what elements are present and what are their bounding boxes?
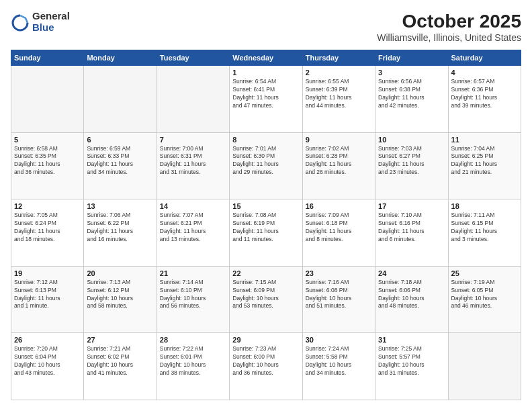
calendar-cell	[448, 333, 521, 400]
day-number: 18	[451, 202, 518, 210]
day-info: Sunrise: 7:13 AM Sunset: 6:12 PM Dayligh…	[87, 279, 153, 311]
day-info: Sunrise: 7:15 AM Sunset: 6:09 PM Dayligh…	[232, 279, 299, 311]
calendar-cell: 17Sunrise: 7:10 AM Sunset: 6:16 PM Dayli…	[375, 199, 448, 267]
day-info: Sunrise: 6:58 AM Sunset: 6:35 PM Dayligh…	[14, 145, 81, 177]
day-info: Sunrise: 6:55 AM Sunset: 6:39 PM Dayligh…	[306, 78, 372, 110]
calendar-cell: 3Sunrise: 6:56 AM Sunset: 6:38 PM Daylig…	[375, 66, 448, 133]
calendar-cell: 19Sunrise: 7:12 AM Sunset: 6:13 PM Dayli…	[11, 266, 84, 333]
calendar-cell: 23Sunrise: 7:16 AM Sunset: 6:08 PM Dayli…	[302, 266, 375, 333]
calendar-cell: 7Sunrise: 7:00 AM Sunset: 6:31 PM Daylig…	[157, 132, 229, 199]
weekday-header-saturday: Saturday	[448, 50, 521, 66]
day-number: 23	[306, 269, 372, 277]
calendar-table: SundayMondayTuesdayWednesdayThursdayFrid…	[11, 50, 521, 400]
calendar-cell: 21Sunrise: 7:14 AM Sunset: 6:10 PM Dayli…	[157, 266, 229, 333]
logo-general: General	[32, 11, 70, 22]
calendar-cell: 15Sunrise: 7:08 AM Sunset: 6:19 PM Dayli…	[230, 199, 302, 267]
day-number: 8	[232, 136, 299, 144]
day-number: 25	[451, 269, 518, 277]
calendar-cell: 20Sunrise: 7:13 AM Sunset: 6:12 PM Dayli…	[84, 266, 157, 333]
day-number: 12	[14, 202, 81, 210]
day-info: Sunrise: 7:20 AM Sunset: 6:04 PM Dayligh…	[14, 345, 81, 377]
logo: General Blue	[11, 11, 70, 33]
day-number: 27	[87, 336, 153, 344]
calendar-page: General Blue October 2025 Williamsville,…	[0, 0, 532, 411]
calendar-cell: 12Sunrise: 7:05 AM Sunset: 6:24 PM Dayli…	[11, 199, 84, 267]
calendar-cell	[11, 66, 84, 133]
calendar-cell: 26Sunrise: 7:20 AM Sunset: 6:04 PM Dayli…	[11, 333, 84, 400]
weekday-header-friday: Friday	[375, 50, 448, 66]
day-info: Sunrise: 7:18 AM Sunset: 6:06 PM Dayligh…	[378, 279, 445, 311]
calendar-week-5: 26Sunrise: 7:20 AM Sunset: 6:04 PM Dayli…	[11, 333, 521, 400]
calendar-cell: 11Sunrise: 7:04 AM Sunset: 6:25 PM Dayli…	[448, 132, 521, 199]
calendar-cell: 22Sunrise: 7:15 AM Sunset: 6:09 PM Dayli…	[230, 266, 302, 333]
day-info: Sunrise: 6:59 AM Sunset: 6:33 PM Dayligh…	[87, 145, 153, 177]
calendar-week-1: 1Sunrise: 6:54 AM Sunset: 6:41 PM Daylig…	[11, 66, 521, 133]
day-number: 6	[87, 136, 153, 144]
day-info: Sunrise: 7:10 AM Sunset: 6:16 PM Dayligh…	[378, 212, 445, 244]
day-info: Sunrise: 7:23 AM Sunset: 6:00 PM Dayligh…	[232, 345, 299, 377]
day-number: 19	[14, 269, 81, 277]
day-number: 13	[87, 202, 153, 210]
logo-icon	[11, 13, 30, 32]
day-number: 7	[160, 136, 226, 144]
calendar-cell: 6Sunrise: 6:59 AM Sunset: 6:33 PM Daylig…	[84, 132, 157, 199]
calendar-cell: 9Sunrise: 7:02 AM Sunset: 6:28 PM Daylig…	[302, 132, 375, 199]
header: General Blue October 2025 Williamsville,…	[11, 11, 521, 43]
calendar-cell: 4Sunrise: 6:57 AM Sunset: 6:36 PM Daylig…	[448, 66, 521, 133]
day-number: 29	[232, 336, 299, 344]
day-info: Sunrise: 7:03 AM Sunset: 6:27 PM Dayligh…	[378, 145, 445, 177]
day-info: Sunrise: 7:16 AM Sunset: 6:08 PM Dayligh…	[306, 279, 372, 311]
calendar-cell: 27Sunrise: 7:21 AM Sunset: 6:02 PM Dayli…	[84, 333, 157, 400]
logo-blue: Blue	[32, 22, 70, 34]
weekday-header-monday: Monday	[84, 50, 157, 66]
day-info: Sunrise: 7:11 AM Sunset: 6:15 PM Dayligh…	[451, 212, 518, 244]
day-info: Sunrise: 7:07 AM Sunset: 6:21 PM Dayligh…	[160, 212, 226, 244]
day-number: 24	[378, 269, 445, 277]
day-number: 21	[160, 269, 226, 277]
day-info: Sunrise: 7:01 AM Sunset: 6:30 PM Dayligh…	[232, 145, 299, 177]
calendar-cell: 16Sunrise: 7:09 AM Sunset: 6:18 PM Dayli…	[302, 199, 375, 267]
location-title: Williamsville, Illinois, United States	[377, 32, 521, 43]
calendar-cell: 31Sunrise: 7:25 AM Sunset: 5:57 PM Dayli…	[375, 333, 448, 400]
day-info: Sunrise: 7:04 AM Sunset: 6:25 PM Dayligh…	[451, 145, 518, 177]
weekday-header-wednesday: Wednesday	[230, 50, 302, 66]
day-number: 28	[160, 336, 226, 344]
calendar-week-4: 19Sunrise: 7:12 AM Sunset: 6:13 PM Dayli…	[11, 266, 521, 333]
day-number: 22	[232, 269, 299, 277]
month-title: October 2025	[377, 11, 521, 32]
calendar-cell: 29Sunrise: 7:23 AM Sunset: 6:00 PM Dayli…	[230, 333, 302, 400]
calendar-cell: 1Sunrise: 6:54 AM Sunset: 6:41 PM Daylig…	[230, 66, 302, 133]
calendar-cell: 30Sunrise: 7:24 AM Sunset: 5:58 PM Dayli…	[302, 333, 375, 400]
logo-text: General Blue	[32, 11, 70, 33]
day-number: 14	[160, 202, 226, 210]
day-info: Sunrise: 7:09 AM Sunset: 6:18 PM Dayligh…	[306, 212, 372, 244]
day-number: 2	[306, 68, 372, 77]
day-info: Sunrise: 7:14 AM Sunset: 6:10 PM Dayligh…	[160, 279, 226, 311]
day-number: 5	[14, 136, 81, 144]
day-number: 4	[451, 68, 518, 77]
day-number: 16	[306, 202, 372, 210]
calendar-cell: 24Sunrise: 7:18 AM Sunset: 6:06 PM Dayli…	[375, 266, 448, 333]
day-number: 30	[306, 336, 372, 344]
day-number: 3	[378, 68, 445, 77]
day-number: 1	[232, 68, 299, 77]
weekday-header-sunday: Sunday	[11, 50, 84, 66]
weekday-header-row: SundayMondayTuesdayWednesdayThursdayFrid…	[11, 50, 521, 66]
calendar-cell	[84, 66, 157, 133]
day-info: Sunrise: 6:57 AM Sunset: 6:36 PM Dayligh…	[451, 78, 518, 110]
calendar-cell: 10Sunrise: 7:03 AM Sunset: 6:27 PM Dayli…	[375, 132, 448, 199]
day-number: 10	[378, 136, 445, 144]
day-number: 31	[378, 336, 445, 344]
weekday-header-thursday: Thursday	[302, 50, 375, 66]
day-info: Sunrise: 7:08 AM Sunset: 6:19 PM Dayligh…	[232, 212, 299, 244]
day-info: Sunrise: 7:06 AM Sunset: 6:22 PM Dayligh…	[87, 212, 153, 244]
day-info: Sunrise: 6:56 AM Sunset: 6:38 PM Dayligh…	[378, 78, 445, 110]
calendar-cell	[157, 66, 229, 133]
calendar-cell: 2Sunrise: 6:55 AM Sunset: 6:39 PM Daylig…	[302, 66, 375, 133]
day-info: Sunrise: 7:21 AM Sunset: 6:02 PM Dayligh…	[87, 345, 153, 377]
day-number: 20	[87, 269, 153, 277]
day-info: Sunrise: 7:02 AM Sunset: 6:28 PM Dayligh…	[306, 145, 372, 177]
calendar-cell: 14Sunrise: 7:07 AM Sunset: 6:21 PM Dayli…	[157, 199, 229, 267]
weekday-header-tuesday: Tuesday	[157, 50, 229, 66]
calendar-week-2: 5Sunrise: 6:58 AM Sunset: 6:35 PM Daylig…	[11, 132, 521, 199]
